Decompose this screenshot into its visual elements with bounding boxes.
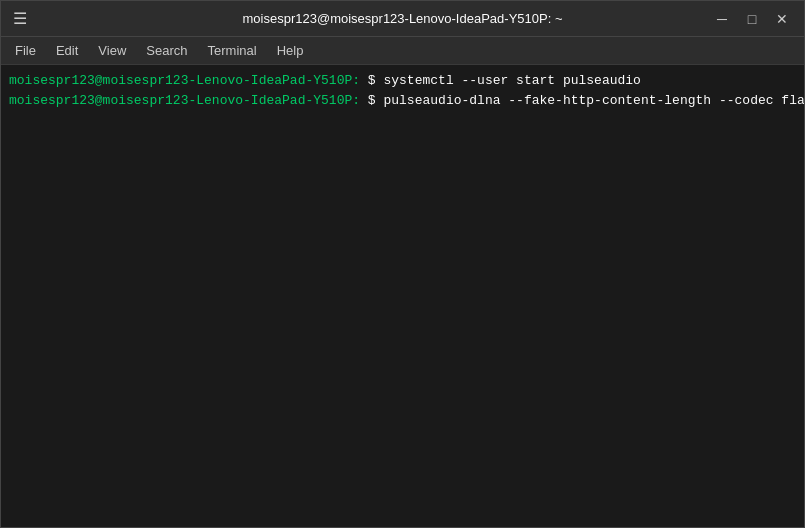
prompt-1: moisespr123@moisespr123-Lenovo-IdeaPad-Y… xyxy=(9,71,360,91)
menu-search[interactable]: Search xyxy=(136,39,197,62)
menu-help[interactable]: Help xyxy=(267,39,314,62)
menu-file[interactable]: File xyxy=(5,39,46,62)
terminal-window: ☰ moisespr123@moisespr123-Lenovo-IdeaPad… xyxy=(0,0,805,528)
hamburger-icon[interactable]: ☰ xyxy=(9,5,31,33)
menu-bar: File Edit View Search Terminal Help xyxy=(1,37,804,65)
separator-1: $ xyxy=(360,71,383,91)
menu-terminal[interactable]: Terminal xyxy=(198,39,267,62)
terminal-line-2: moisespr123@moisespr123-Lenovo-IdeaPad-Y… xyxy=(9,91,796,111)
title-bar-left: ☰ xyxy=(9,5,31,33)
title-bar: ☰ moisespr123@moisespr123-Lenovo-IdeaPad… xyxy=(1,1,804,37)
separator-2: $ xyxy=(360,91,383,111)
window-controls: ─ □ ✕ xyxy=(708,5,796,33)
prompt-2: moisespr123@moisespr123-Lenovo-IdeaPad-Y… xyxy=(9,91,360,111)
menu-edit[interactable]: Edit xyxy=(46,39,88,62)
terminal-body[interactable]: moisespr123@moisespr123-Lenovo-IdeaPad-Y… xyxy=(1,65,804,527)
terminal-line-1: moisespr123@moisespr123-Lenovo-IdeaPad-Y… xyxy=(9,71,796,91)
maximize-button[interactable]: □ xyxy=(738,5,766,33)
window-title: moisespr123@moisespr123-Lenovo-IdeaPad-Y… xyxy=(243,11,563,26)
close-button[interactable]: ✕ xyxy=(768,5,796,33)
minimize-button[interactable]: ─ xyxy=(708,5,736,33)
menu-view[interactable]: View xyxy=(88,39,136,62)
command-2: pulseaudio-dlna --fake-http-content-leng… xyxy=(383,91,804,111)
command-1: systemctl --user start pulseaudio xyxy=(383,71,640,91)
